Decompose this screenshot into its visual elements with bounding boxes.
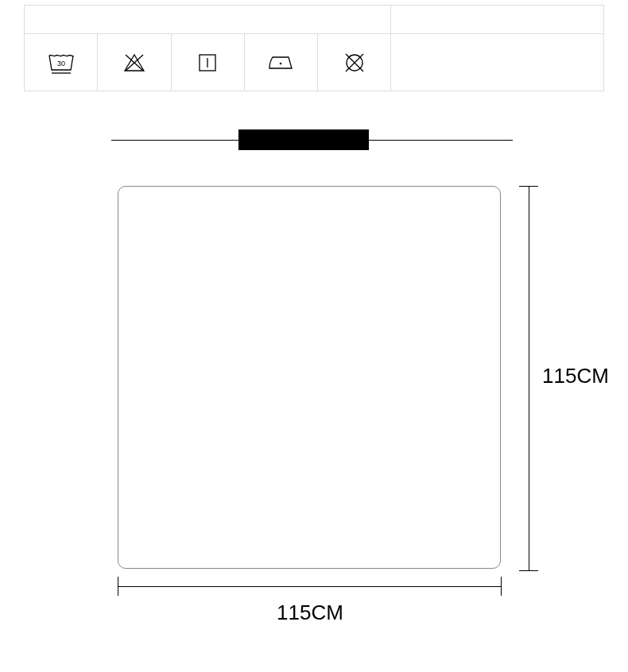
care-cell-empty <box>391 34 604 91</box>
do-not-dryclean-icon <box>343 51 366 75</box>
dim-bot-line <box>118 586 501 587</box>
care-cell-dryclean <box>318 34 391 91</box>
dim-bot-tick-right <box>501 577 502 596</box>
wash-temp-text: 30 <box>57 60 65 68</box>
height-label: 115CM <box>542 364 609 388</box>
care-cell-iron <box>244 34 317 91</box>
wash-30-icon: 30 <box>47 51 76 75</box>
dry-flat-icon <box>196 51 219 75</box>
title-box <box>238 129 369 150</box>
care-table: 30 <box>24 5 604 91</box>
svg-point-5 <box>280 62 282 64</box>
dim-right-tick-bot <box>519 570 538 571</box>
width-label: 115CM <box>277 601 343 625</box>
iron-low-icon <box>266 52 295 73</box>
care-cell-wash: 30 <box>25 34 98 91</box>
product-outline <box>118 186 501 569</box>
care-header-right <box>391 6 604 34</box>
dim-right-line <box>529 186 529 570</box>
care-table-icons: 30 <box>25 34 604 91</box>
care-cell-dry <box>171 34 244 91</box>
care-header-left <box>25 6 391 34</box>
care-table-header <box>25 6 604 34</box>
care-cell-bleach <box>98 34 171 91</box>
do-not-bleach-icon <box>122 51 146 75</box>
